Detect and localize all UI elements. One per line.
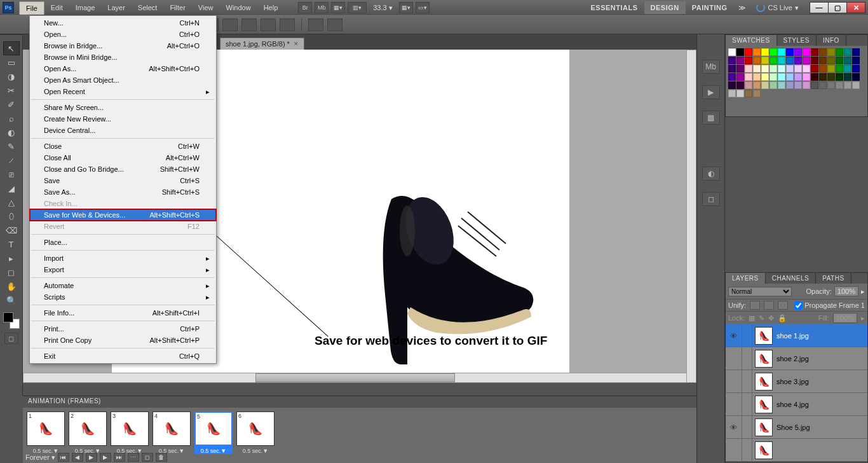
swatch-color[interactable] — [753, 65, 761, 73]
tool-4[interactable]: ✐ — [3, 97, 20, 111]
auto-blend-icon[interactable] — [327, 18, 342, 31]
workspace-design[interactable]: DESIGN — [644, 1, 686, 14]
layer-row[interactable]: 👠shoe 2.jpg — [726, 347, 867, 370]
close-tab-icon[interactable]: ✕ — [294, 41, 299, 47]
swatch-color[interactable] — [745, 48, 752, 56]
next-frame-icon[interactable]: ▶ — [100, 453, 111, 462]
distribute-3-icon[interactable] — [222, 18, 238, 31]
swatch-color[interactable] — [811, 48, 818, 56]
actions-dock-icon[interactable]: ▦ — [702, 111, 720, 125]
menuitem-open-as-[interactable]: Open As...Alt+Shift+Ctrl+O — [30, 63, 216, 74]
swatch-color[interactable] — [753, 57, 761, 64]
swatch-color[interactable] — [803, 73, 810, 81]
menu-file[interactable]: File — [19, 1, 44, 15]
panel-tab-layers[interactable]: LAYERS — [726, 273, 766, 284]
tool-10[interactable]: ◢ — [3, 181, 20, 195]
swatch-color[interactable] — [786, 48, 794, 56]
swatch-color[interactable] — [819, 81, 827, 89]
vertical-scrollbar[interactable] — [686, 50, 696, 383]
animation-frame[interactable]: 3👠0.5 sec.▼ — [111, 411, 149, 454]
swatch-color[interactable] — [836, 48, 843, 56]
swatch-color[interactable] — [761, 48, 769, 56]
animation-frame[interactable]: 1👠0.5 sec.▼ — [27, 411, 65, 454]
tool-2[interactable]: ◑ — [3, 69, 20, 83]
swatch-color[interactable] — [794, 81, 802, 89]
lock-image-icon[interactable]: ✎ — [759, 314, 764, 322]
menuitem-print-[interactable]: Print...Ctrl+P — [30, 323, 216, 335]
menuitem-place-[interactable]: Place... — [30, 237, 216, 248]
swatch-color[interactable] — [844, 57, 851, 64]
visibility-icon[interactable] — [726, 439, 742, 461]
swatch-color[interactable] — [786, 73, 794, 81]
panel-tab-channels[interactable]: CHANNELS — [766, 273, 816, 284]
layer-row[interactable]: 👠shoe 3.jpg — [726, 370, 867, 393]
swatch-color[interactable] — [745, 73, 752, 81]
swatch-color[interactable] — [819, 65, 827, 73]
swatch-color[interactable] — [819, 73, 827, 81]
distribute-5-icon[interactable] — [261, 18, 276, 31]
auto-align-icon[interactable] — [308, 18, 323, 31]
swatch-color[interactable] — [753, 90, 761, 97]
swatch-color[interactable] — [844, 65, 851, 73]
swatch-color[interactable] — [745, 65, 752, 73]
swatch-color[interactable] — [761, 81, 769, 89]
tool-6[interactable]: ◐ — [3, 125, 20, 139]
prev-frame-icon[interactable]: ◀ — [72, 453, 83, 462]
tool-15[interactable]: ▸ — [3, 251, 20, 265]
animation-frame[interactable]: 2👠0.5 sec.▼ — [69, 411, 107, 454]
cslive-button[interactable]: CS Live ▾ — [751, 3, 804, 12]
swatch-color[interactable] — [803, 65, 810, 73]
swatch-color[interactable] — [728, 65, 736, 73]
swatch-color[interactable] — [811, 65, 818, 73]
menuitem-save[interactable]: SaveCtrl+S — [30, 175, 216, 186]
swatch-color[interactable] — [819, 57, 827, 64]
swatch-color[interactable] — [786, 65, 794, 73]
tool-5[interactable]: ⌕ — [3, 111, 20, 125]
menuitem-open-recent[interactable]: Open Recent▸ — [30, 86, 216, 97]
tool-1[interactable]: ▭ — [3, 55, 20, 69]
menuitem-print-one-copy[interactable]: Print One CopyAlt+Shift+Ctrl+P — [30, 335, 216, 346]
swatch-color[interactable] — [753, 73, 761, 81]
arrange-docs-icon[interactable]: ▦▾ — [399, 2, 413, 13]
swatch-color[interactable] — [827, 81, 835, 89]
panel-tab-styles[interactable]: STYLES — [777, 35, 817, 46]
swatch-color[interactable] — [844, 81, 851, 89]
swatch-color[interactable] — [836, 57, 843, 64]
swatch-color[interactable] — [803, 81, 810, 89]
swatch-color[interactable] — [852, 65, 860, 73]
swatch-color[interactable] — [770, 81, 777, 89]
horizontal-scrollbar[interactable] — [23, 373, 688, 383]
menu-window[interactable]: Window — [220, 1, 257, 15]
swatch-color[interactable] — [745, 57, 752, 64]
panel-tab-paths[interactable]: PATHS — [816, 273, 851, 284]
zoom-level[interactable]: 33.3 ▾ — [368, 4, 397, 12]
screen-mode-icon[interactable]: ▭▾ — [416, 2, 430, 13]
menu-image[interactable]: Image — [69, 1, 102, 15]
swatch-color[interactable] — [745, 90, 752, 97]
swatch-color[interactable] — [728, 57, 736, 64]
animation-frame[interactable]: 6👠0.5 sec.▼ — [236, 411, 275, 454]
close-button[interactable]: ✕ — [846, 2, 865, 13]
menuitem-close[interactable]: CloseCtrl+W — [30, 141, 216, 152]
swatch-color[interactable] — [836, 73, 843, 81]
tool-3[interactable]: ✂ — [3, 83, 20, 97]
delete-frame-icon[interactable]: 🗑 — [156, 453, 167, 462]
bridge-icon[interactable]: Br — [298, 2, 312, 13]
menu-edit[interactable]: Edit — [44, 1, 69, 15]
document-tab[interactable]: shoe 1.jpg, RGB/8) *✕ — [220, 38, 304, 50]
layer-row[interactable]: 👠shoe 4.jpg — [726, 393, 867, 416]
swatch-color[interactable] — [819, 48, 827, 56]
swatch-color[interactable] — [736, 90, 744, 97]
panel-tab-info[interactable]: INFO — [817, 35, 846, 46]
swatch-color[interactable] — [786, 57, 794, 64]
lock-trans-icon[interactable]: ▦ — [749, 314, 755, 322]
play-icon[interactable]: ▶ — [86, 453, 97, 462]
menuitem-browse-in-mini-bridge-[interactable]: Browse in Mini Bridge... — [30, 52, 216, 63]
unify-position-icon[interactable] — [750, 301, 760, 310]
swatch-color[interactable] — [770, 48, 777, 56]
minibridge-icon[interactable]: Mb — [315, 2, 329, 13]
new-frame-icon[interactable]: ◻ — [142, 453, 153, 462]
swatch-color[interactable] — [736, 48, 744, 56]
tool-14[interactable]: T — [3, 237, 20, 251]
blend-mode-select[interactable]: Normal — [728, 287, 792, 296]
